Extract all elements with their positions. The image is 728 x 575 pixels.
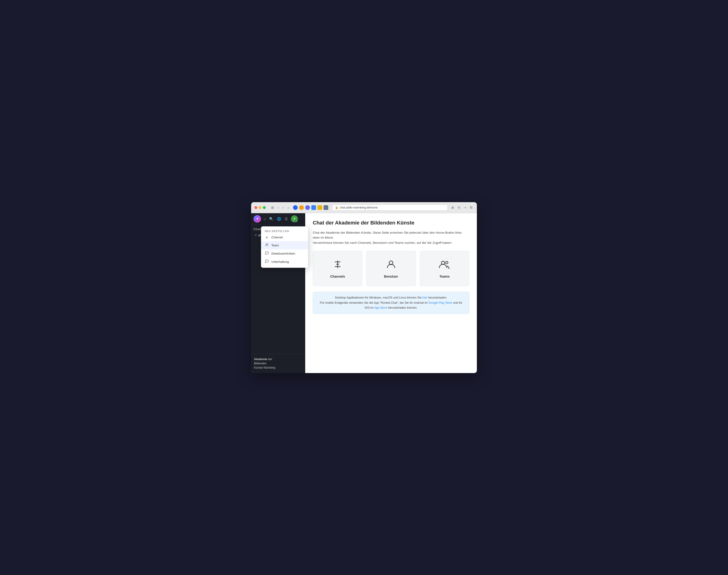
banner-line1: Desktop Applikationen für Windows, macOS… — [318, 295, 464, 300]
globe-btn[interactable]: 🌐 — [276, 216, 282, 222]
sidebar-toolbar: ✦ ⌂ 🔍 🌐 ☰ A — [251, 213, 305, 225]
dropdown-channel-label: Channel — [271, 236, 283, 239]
right-controls: ⊕ ↻ + ⧉ — [450, 205, 473, 210]
dropdown-section-label: NEU ERSTELLEN — [261, 228, 308, 233]
channels-card-label: Channels — [330, 275, 345, 278]
sidebar: ✦ ⌂ 🔍 🌐 ☰ A Channels # general — [251, 213, 305, 373]
home-nav-btn[interactable]: ⌂ — [262, 216, 267, 222]
org-name: Akademie der Bildenden Künste Nürnberg — [254, 357, 302, 370]
tabs-btn[interactable]: ⧉ — [469, 205, 473, 210]
extension-icon-3 — [305, 205, 310, 210]
team-menu-icon — [265, 243, 269, 247]
dropdown-item-direct[interactable]: Direktnachrichten — [261, 249, 308, 258]
new-tab-btn[interactable]: + — [463, 205, 467, 210]
dropdown-menu: NEU ERSTELLEN # Channel Team — [261, 226, 308, 268]
browser-controls: ⊞ ‹ › ⌂ — [270, 205, 291, 210]
teams-card-label: Teams — [439, 275, 450, 278]
conversation-menu-icon — [265, 260, 269, 264]
browser-window: ⊞ ‹ › ⌂ 🔒 chat.adbk-nuernberg.de/home ⊕ … — [251, 202, 477, 373]
dropdown-item-conversation[interactable]: Unterhaltung — [261, 258, 308, 266]
extension-icon-1 — [293, 205, 298, 210]
benutzer-card-label: Benutzer — [384, 275, 398, 278]
search-btn[interactable]: 🔍 — [268, 216, 274, 222]
benutzer-card-icon — [386, 259, 397, 271]
forward-btn[interactable]: › — [282, 205, 285, 210]
dropdown-direct-label: Direktnachrichten — [271, 252, 295, 255]
banner-app-store-link[interactable]: App Store — [374, 306, 387, 309]
home-btn[interactable]: ⌂ — [286, 205, 290, 210]
extension-icon-5 — [318, 205, 322, 210]
direct-menu-icon — [265, 251, 269, 256]
sidebar-footer: Akademie der Bildenden Künste Nürnberg — [251, 353, 305, 373]
refresh-btn[interactable]: ↻ — [457, 205, 462, 210]
card-teams[interactable]: Teams — [420, 251, 469, 286]
dropdown-item-team[interactable]: Team — [261, 241, 308, 249]
share-btn[interactable]: ⊕ — [450, 205, 455, 210]
info-banner: Desktop Applikationen für Windows, macOS… — [313, 292, 469, 314]
banner-google-play-link[interactable]: Google Play Store — [428, 301, 452, 304]
svg-point-0 — [266, 243, 267, 244]
main-content: Chat der Akademie der Bildenden Künste C… — [305, 213, 477, 373]
url-text: chat.adbk-nuernberg.de/home — [340, 206, 378, 209]
user-avatar-btn[interactable]: A — [291, 215, 298, 223]
extension-icon-2 — [299, 205, 304, 210]
dropdown-conversation-label: Unterhaltung — [271, 260, 289, 264]
teams-card-icon — [438, 259, 451, 271]
dropdown-team-label: Team — [271, 243, 279, 247]
intro-text: Chat der Akademie der Bildenden Künste. … — [313, 230, 469, 245]
logo-symbol: ✦ — [256, 217, 259, 221]
traffic-lights — [255, 206, 266, 209]
app-container: ✦ ⌂ 🔍 🌐 ☰ A Channels # general — [251, 213, 477, 373]
cards-grid: Channels Benutzer — [313, 251, 469, 286]
minimize-button[interactable] — [259, 206, 262, 209]
banner-line2: Für mobile Endgeräte verwenden Sie die A… — [318, 300, 464, 310]
svg-point-1 — [268, 244, 268, 244]
extension-icon-4 — [311, 205, 316, 210]
page-title: Chat der Akademie der Bildenden Künste — [313, 220, 469, 226]
card-channels[interactable]: Channels — [313, 251, 362, 286]
address-bar[interactable]: 🔒 chat.adbk-nuernberg.de/home — [332, 205, 448, 211]
browser-titlebar: ⊞ ‹ › ⌂ 🔒 chat.adbk-nuernberg.de/home ⊕ … — [251, 202, 477, 213]
svg-point-8 — [445, 261, 448, 264]
close-button[interactable] — [255, 206, 257, 209]
hash-menu-icon: # — [265, 235, 269, 239]
hash-icon: # — [255, 233, 257, 237]
maximize-button[interactable] — [263, 206, 266, 209]
card-benutzer[interactable]: Benutzer — [366, 251, 416, 286]
extension-icon-6 — [324, 205, 328, 210]
app-logo: ✦ — [254, 215, 261, 223]
menu-btn[interactable]: ☰ — [284, 216, 289, 222]
lock-icon: 🔒 — [335, 206, 338, 209]
channels-card-icon — [332, 259, 343, 271]
back-btn[interactable]: ‹ — [276, 205, 280, 210]
dropdown-item-channel[interactable]: # Channel — [261, 233, 308, 241]
sidebar-toggle-btn[interactable]: ⊞ — [270, 205, 275, 210]
banner-hier-link[interactable]: hier — [422, 296, 427, 299]
